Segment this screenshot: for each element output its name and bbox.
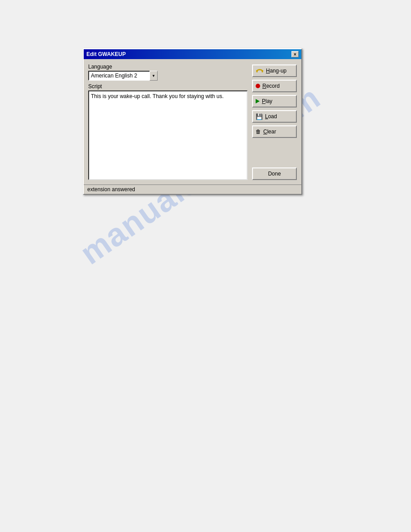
title-bar: Edit GWAKEUP × [84, 49, 301, 59]
svg-rect-0 [257, 70, 258, 72]
hangup-button[interactable]: Hang-up [252, 64, 297, 77]
clear-label: Clear [263, 129, 276, 135]
record-button[interactable]: Record [252, 80, 297, 92]
record-icon [256, 84, 260, 88]
load-icon: 💾 [256, 113, 263, 120]
dialog-title: Edit GWAKEUP [86, 51, 126, 57]
language-label: Language [88, 64, 248, 70]
hangup-label: Hang-up [266, 68, 287, 74]
play-icon [256, 99, 260, 103]
play-button[interactable]: Play [252, 95, 297, 107]
load-button[interactable]: 💾 Load [252, 110, 297, 123]
hangup-icon [256, 67, 264, 75]
language-select-wrapper[interactable]: American English 1 American English 2 Br… [88, 71, 158, 81]
left-panel: Language American English 1 American Eng… [88, 64, 248, 180]
svg-rect-1 [262, 70, 263, 72]
dialog-content: Language American English 1 American Eng… [84, 59, 301, 184]
script-section: Script This is your wake-up call. Thank … [88, 83, 248, 180]
language-section: Language American English 1 American Eng… [88, 64, 248, 81]
script-label: Script [88, 83, 248, 90]
language-row: American English 1 American English 2 Br… [88, 71, 248, 81]
language-select[interactable]: American English 1 American English 2 Br… [88, 71, 158, 81]
script-textarea[interactable]: This is your wake-up call. Thank you for… [88, 90, 248, 180]
trash-icon: 🗑 [256, 129, 261, 135]
done-label: Done [268, 171, 281, 177]
close-button[interactable]: × [291, 51, 299, 57]
edit-gwakeup-dialog: Edit GWAKEUP × Language American English… [83, 48, 302, 195]
record-label: Record [262, 83, 280, 89]
play-label: Play [262, 98, 272, 104]
clear-button[interactable]: 🗑 Clear [252, 125, 297, 138]
status-text: extension answered [87, 186, 135, 193]
load-label: Load [265, 113, 277, 120]
status-bar: extension answered [84, 184, 301, 194]
right-panel: Hang-up Record Play 💾 Load 🗑 Clear [252, 64, 297, 180]
done-button[interactable]: Done [252, 167, 297, 180]
